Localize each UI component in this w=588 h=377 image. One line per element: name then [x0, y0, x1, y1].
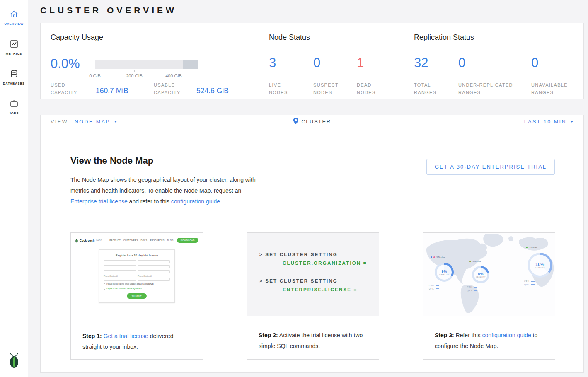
mock-checkbox [104, 288, 105, 290]
mock-input [138, 278, 170, 281]
capacity-donut: 6%CAPACITY [472, 266, 489, 283]
mock-input [138, 270, 170, 273]
description-text: The Node Map shows the geographical layo… [70, 176, 256, 194]
mock-input [104, 260, 136, 263]
main-content: CLUSTER OVERVIEW Capacity Usage 0.0% 0 G… [28, 0, 588, 377]
map-cluster-label: 3 Nodes [469, 260, 481, 263]
usable-capacity-value: 524.6 GiB [196, 87, 229, 95]
view-bar: VIEW: NODE MAP CLUSTER LAST 10 MIN [40, 115, 584, 128]
node-dot-pink [433, 256, 435, 258]
live-nodes-label: LIVE NODES [269, 81, 294, 96]
configuration-guide-link-step3[interactable]: configuration guide [482, 332, 531, 338]
capacity-bar-segment [183, 60, 198, 69]
sidebar-item-metrics[interactable]: METRICS [0, 36, 28, 59]
chevron-down-icon [114, 121, 117, 123]
configuration-guide-link[interactable]: configuration guide [171, 198, 220, 205]
sql-setting-line: ENTERPRISE.LICENSE = [283, 287, 379, 292]
used-capacity-label: USED CAPACITY [51, 81, 82, 96]
map-cluster-label: 3 Nodes [431, 256, 445, 259]
under-replicated-ranges-value: 0 [458, 56, 465, 70]
location-pin-icon [293, 118, 298, 126]
capacity-tick-label: 0 GiB [89, 73, 101, 78]
map-cluster-stats: CPU QPS [429, 284, 439, 291]
mock-site-header: Cockroach LABS PRODUCT CUSTOMERS DOCS RE… [75, 236, 198, 244]
total-ranges-value: 32 [414, 56, 428, 70]
steps-row: Cockroach LABS PRODUCT CUSTOMERS DOCS RE… [70, 232, 555, 360]
dead-nodes-value: 1 [357, 56, 364, 70]
mock-input [104, 265, 136, 268]
home-icon [9, 9, 19, 19]
mock-form-title: Register for a 30-day trial license [104, 254, 170, 257]
sidebar: OVERVIEW METRICS DATABASES [0, 0, 28, 377]
enterprise-trial-license-link[interactable]: Enterprise trial license [70, 198, 128, 205]
chevron-down-icon [570, 121, 573, 123]
cockroach-logo[interactable] [8, 352, 20, 370]
mock-submit-button: SUBMIT [127, 293, 147, 299]
mock-checkbox [104, 283, 105, 285]
mock-input [104, 270, 136, 273]
under-replicated-ranges-label: UNDER-REPLICATED RANGES [458, 81, 525, 96]
description-text: . [220, 198, 222, 205]
view-label: VIEW: [51, 119, 70, 125]
sql-prompt-line: > SET CLUSTER SETTING [259, 252, 379, 257]
step-3-card: 3 Nodes 9%CAPACITY CPU QPS 3 Nodes [423, 232, 555, 360]
page-title: CLUSTER OVERVIEW [40, 5, 177, 15]
unavailable-ranges-value: 0 [531, 56, 538, 70]
divider [70, 220, 555, 220]
step-3-caption: Step 3: Refer this configuration guide t… [423, 316, 555, 351]
sql-commands-block: > SET CLUSTER SETTING CLUSTER.ORGANIZATI… [247, 233, 379, 316]
node-dot-green [526, 247, 528, 248]
sidebar-item-label: DATABASES [3, 82, 25, 85]
cluster-breadcrumb[interactable]: CLUSTER [293, 118, 331, 126]
jobs-icon [9, 99, 19, 109]
map-cluster-stats: CPU QPS [524, 280, 535, 287]
mock-input [138, 260, 170, 263]
databases-icon [9, 69, 19, 79]
map-cluster-stats: CPU QPS [467, 286, 477, 292]
trial-signup-screenshot: Cockroach LABS PRODUCT CUSTOMERS DOCS RE… [71, 233, 203, 323]
step-1-caption: Step 1: Get a trial license delivered st… [71, 323, 203, 352]
step-2-caption: Step 2: Activate the trial license with … [247, 316, 379, 351]
sidebar-item-databases[interactable]: DATABASES [0, 65, 28, 89]
node-map-heading: View the Node Map [70, 155, 153, 166]
mock-cockroach-logo: Cockroach LABS [75, 238, 102, 243]
time-range-dropdown[interactable]: LAST 10 MIN [524, 119, 573, 125]
sidebar-item-jobs[interactable]: JOBS [0, 95, 28, 118]
capacity-usage-title: Capacity Usage [51, 33, 103, 42]
usable-capacity-label: USABLE CAPACITY [154, 81, 189, 96]
capacity-donut: 9%CAPACITY [435, 263, 454, 282]
capacity-tick-label: 200 GiB [126, 73, 143, 78]
capacity-bar [95, 60, 198, 69]
capacity-percent-value: 0.0% [51, 56, 80, 71]
node-dot-olive [469, 261, 471, 262]
node-map-preview: 3 Nodes 9%CAPACITY CPU QPS 3 Nodes [423, 233, 555, 316]
breadcrumb-label: CLUSTER [301, 118, 331, 125]
sidebar-item-overview[interactable]: OVERVIEW [0, 6, 28, 29]
mock-download-button: DOWNLOAD [177, 238, 198, 243]
node-map-description: The Node Map shows the geographical layo… [70, 174, 262, 207]
sql-setting-line: CLUSTER.ORGANIZATION = [283, 261, 379, 266]
get-trial-license-link[interactable]: Get a trial license [104, 333, 148, 339]
live-nodes-value: 3 [269, 56, 276, 70]
replication-status-title: Replication Status [414, 33, 474, 42]
mock-checkbox-row: I agree to the Software License Agreemen… [104, 288, 170, 290]
sidebar-item-label: METRICS [6, 52, 22, 56]
mock-site-nav: PRODUCT CUSTOMERS DOCS RESOURCES BLOG [109, 239, 174, 242]
suspect-nodes-value: 0 [313, 56, 320, 70]
mock-checkbox-row: I would like to receive email updates ab… [104, 283, 170, 285]
capacity-tick [174, 70, 174, 72]
view-selector-dropdown[interactable]: NODE MAP [75, 119, 118, 125]
dead-nodes-label: DEAD NODES [357, 81, 382, 96]
unavailable-ranges-label: UNAVAILABLE RANGES [531, 81, 577, 96]
used-capacity-value: 160.7 MiB [96, 87, 128, 95]
node-map-panel: View the Node Map The Node Map shows the… [40, 128, 584, 373]
map-cluster-label: 3 Nodes [526, 246, 537, 249]
sidebar-item-label: OVERVIEW [4, 22, 24, 26]
suspect-nodes-label: SUSPECT NODES [313, 81, 343, 96]
sql-prompt-line: > SET CLUSTER SETTING [259, 278, 379, 283]
description-text: and refer to this [128, 198, 171, 205]
node-dot-blue [431, 256, 432, 258]
metrics-icon [9, 39, 19, 49]
capacity-tick [95, 70, 95, 72]
enterprise-trial-button[interactable]: GET A 30-DAY ENTERPRISE TRIAL [426, 159, 555, 175]
